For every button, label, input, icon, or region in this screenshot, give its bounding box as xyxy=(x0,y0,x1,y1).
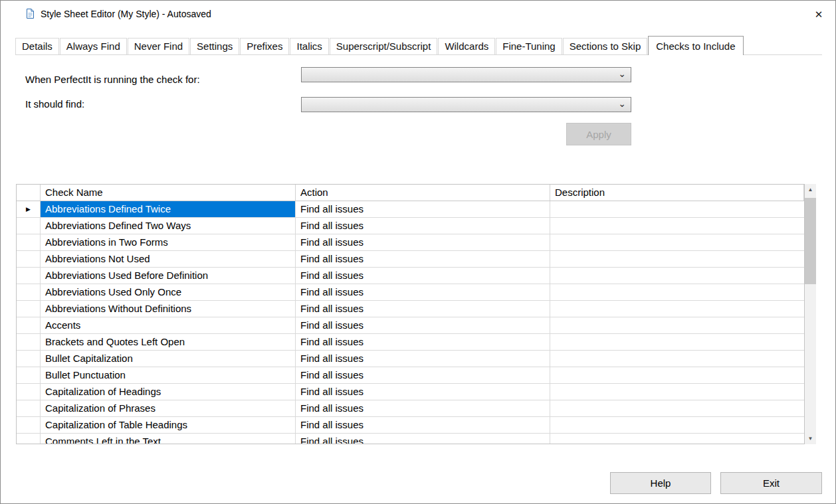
tab-never-find[interactable]: Never Find xyxy=(128,38,189,54)
description-cell[interactable] xyxy=(550,268,804,284)
tab-settings[interactable]: Settings xyxy=(190,38,239,54)
check-name-cell[interactable]: Comments Left in the Text xyxy=(41,434,296,444)
check-name-cell[interactable]: Capitalization of Table Headings xyxy=(41,417,296,433)
row-selector-icon[interactable] xyxy=(17,234,41,250)
check-name-cell[interactable]: Capitalization of Headings xyxy=(41,384,296,400)
description-cell[interactable] xyxy=(550,234,804,250)
action-cell[interactable]: Find all issues xyxy=(296,301,550,317)
action-cell[interactable]: Find all issues xyxy=(296,317,550,333)
scroll-down-icon[interactable]: ▼ xyxy=(805,433,816,444)
tab-prefixes[interactable]: Prefixes xyxy=(240,38,289,54)
tab-details[interactable]: Details xyxy=(15,38,59,54)
scroll-up-icon[interactable]: ▲ xyxy=(805,184,816,195)
exit-button[interactable]: Exit xyxy=(720,472,822,494)
description-cell[interactable] xyxy=(550,434,804,444)
tab-sections-to-skip[interactable]: Sections to Skip xyxy=(563,38,648,54)
action-cell[interactable]: Find all issues xyxy=(296,201,550,217)
row-selector-icon[interactable] xyxy=(17,301,41,317)
row-selector-icon[interactable] xyxy=(17,268,41,284)
check-name-cell[interactable]: Abbreviations Without Definitions xyxy=(41,301,296,317)
description-cell[interactable] xyxy=(550,251,804,267)
check-name-cell[interactable]: Abbreviations Not Used xyxy=(41,251,296,267)
row-selector-icon[interactable] xyxy=(17,218,41,234)
action-cell[interactable]: Find all issues xyxy=(296,400,550,416)
row-selector-icon[interactable] xyxy=(17,417,41,433)
row-selector-icon[interactable] xyxy=(17,334,41,350)
description-cell[interactable] xyxy=(550,417,804,433)
action-cell[interactable]: Find all issues xyxy=(296,367,550,383)
row-selector-icon[interactable] xyxy=(17,434,41,444)
table-row[interactable]: Capitalization of HeadingsFind all issue… xyxy=(17,384,804,400)
action-cell[interactable]: Find all issues xyxy=(296,234,550,250)
check-name-cell[interactable]: Bullet Capitalization xyxy=(41,351,296,367)
table-row[interactable]: Bullet CapitalizationFind all issues xyxy=(17,351,804,367)
description-cell[interactable] xyxy=(550,351,804,367)
check-name-cell[interactable]: Accents xyxy=(41,317,296,333)
tab-superscript-subscript[interactable]: Superscript/Subscript xyxy=(330,38,438,54)
tab-fine-tuning[interactable]: Fine-Tuning xyxy=(496,38,562,54)
action-cell[interactable]: Find all issues xyxy=(296,384,550,400)
column-header-description[interactable]: Description xyxy=(550,185,804,201)
action-cell[interactable]: Find all issues xyxy=(296,434,550,444)
table-row[interactable]: Abbreviations Not UsedFind all issues xyxy=(17,251,804,268)
row-selector-icon[interactable]: ▶ xyxy=(17,201,41,217)
description-cell[interactable] xyxy=(550,384,804,400)
description-cell[interactable] xyxy=(550,201,804,217)
row-selector-icon[interactable] xyxy=(17,384,41,400)
column-header-action[interactable]: Action xyxy=(296,185,550,201)
scrollbar-thumb[interactable] xyxy=(805,198,816,284)
close-icon[interactable]: ✕ xyxy=(810,6,827,23)
style-sheet-editor-window: Style Sheet Editor (My Style) - Autosave… xyxy=(0,0,836,504)
table-row[interactable]: Abbreviations Without DefinitionsFind al… xyxy=(17,301,804,317)
row-selector-icon[interactable] xyxy=(17,317,41,333)
column-header-check-name[interactable]: Check Name xyxy=(41,185,296,201)
table-row[interactable]: Capitalization of PhrasesFind all issues xyxy=(17,400,804,417)
action-cell[interactable]: Find all issues xyxy=(296,251,550,267)
table-row[interactable]: ▶Abbreviations Defined TwiceFind all iss… xyxy=(17,201,804,218)
action-cell[interactable]: Find all issues xyxy=(296,218,550,234)
tab-checks-to-include[interactable]: Checks to Include xyxy=(648,36,743,55)
row-selector-icon[interactable] xyxy=(17,351,41,367)
table-row[interactable]: Abbreviations Used Before DefinitionFind… xyxy=(17,268,804,284)
check-name-cell[interactable]: Abbreviations Defined Two Ways xyxy=(41,218,296,234)
table-row[interactable]: Brackets and Quotes Left OpenFind all is… xyxy=(17,334,804,351)
description-cell[interactable] xyxy=(550,317,804,333)
tab-italics[interactable]: Italics xyxy=(290,38,328,54)
check-name-cell[interactable]: Bullet Punctuation xyxy=(41,367,296,383)
help-button[interactable]: Help xyxy=(610,472,711,494)
description-cell[interactable] xyxy=(550,284,804,300)
table-row[interactable]: Abbreviations Defined Two WaysFind all i… xyxy=(17,218,804,234)
check-name-cell[interactable]: Capitalization of Phrases xyxy=(41,400,296,416)
should-find-dropdown[interactable]: ⌄ xyxy=(301,97,631,112)
action-cell[interactable]: Find all issues xyxy=(296,268,550,284)
action-cell[interactable]: Find all issues xyxy=(296,284,550,300)
description-cell[interactable] xyxy=(550,334,804,350)
check-name-cell[interactable]: Abbreviations in Two Forms xyxy=(41,234,296,250)
vertical-scrollbar[interactable]: ▲ ▼ xyxy=(805,184,816,444)
action-cell[interactable]: Find all issues xyxy=(296,351,550,367)
check-name-cell[interactable]: Abbreviations Used Only Once xyxy=(41,284,296,300)
check-name-cell[interactable]: Abbreviations Used Before Definition xyxy=(41,268,296,284)
row-selector-icon[interactable] xyxy=(17,284,41,300)
table-row[interactable]: Abbreviations in Two FormsFind all issue… xyxy=(17,234,804,251)
running-check-dropdown[interactable]: ⌄ xyxy=(301,67,631,82)
check-name-cell[interactable]: Abbreviations Defined Twice xyxy=(41,201,296,217)
tab-wildcards[interactable]: Wildcards xyxy=(438,38,495,54)
table-row[interactable]: Capitalization of Table HeadingsFind all… xyxy=(17,417,804,434)
table-row[interactable]: Comments Left in the TextFind all issues xyxy=(17,434,804,444)
apply-button[interactable]: Apply xyxy=(566,123,631,145)
table-row[interactable]: Abbreviations Used Only OnceFind all iss… xyxy=(17,284,804,301)
description-cell[interactable] xyxy=(550,367,804,383)
description-cell[interactable] xyxy=(550,400,804,416)
table-row[interactable]: AccentsFind all issues xyxy=(17,317,804,334)
description-cell[interactable] xyxy=(550,218,804,234)
row-selector-icon[interactable] xyxy=(17,400,41,416)
check-name-cell[interactable]: Brackets and Quotes Left Open xyxy=(41,334,296,350)
table-row[interactable]: Bullet PunctuationFind all issues xyxy=(17,367,804,384)
action-cell[interactable]: Find all issues xyxy=(296,417,550,433)
row-selector-icon[interactable] xyxy=(17,251,41,267)
description-cell[interactable] xyxy=(550,301,804,317)
action-cell[interactable]: Find all issues xyxy=(296,334,550,350)
row-selector-icon[interactable] xyxy=(17,367,41,383)
tab-always-find[interactable]: Always Find xyxy=(60,38,127,54)
